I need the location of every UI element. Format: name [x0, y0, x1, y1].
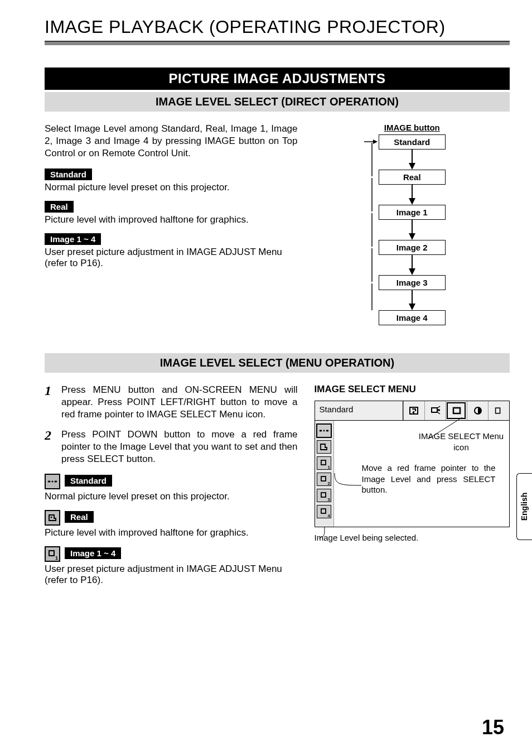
svg-marker-9 [409, 233, 415, 240]
osd-side-image4[interactable]: 4 [317, 505, 331, 518]
image-button-diagram: IMAGE button Standard Real Image 1 Image… [315, 123, 510, 325]
svg-point-23 [51, 516, 52, 518]
loop-side-line-icon [366, 255, 383, 275]
tag-standard: Standard [45, 168, 92, 180]
svg-point-32 [321, 430, 322, 432]
osd-panel: Standard [315, 401, 510, 527]
svg-marker-36 [327, 430, 329, 432]
osd-tab-more-icon[interactable] [488, 401, 509, 420]
svg-rect-39 [321, 493, 326, 497]
svg-rect-29 [453, 408, 460, 413]
loop-arrow-in-icon [364, 138, 378, 146]
osd-side-real[interactable] [317, 440, 331, 454]
down-arrow-icon [407, 150, 418, 170]
loop-side-line-icon [366, 185, 383, 205]
menu-tag-standard: Standard [65, 475, 112, 487]
svg-marker-21 [47, 480, 49, 483]
diagram-title: IMAGE button [384, 123, 440, 132]
svg-marker-12 [409, 268, 415, 275]
page-number: 15 [482, 716, 504, 739]
language-tab-label: English [520, 493, 529, 521]
osd-selected-name: Standard [315, 401, 403, 420]
step-1-text: Press MENU button and ON-SCREEN MENU wil… [61, 384, 298, 421]
down-arrow-icon [407, 290, 418, 310]
svg-rect-40 [321, 509, 326, 513]
step-number-2: 2 [45, 428, 56, 465]
subsection-menu: IMAGE LEVEL SELECT (MENU OPERATION) [45, 353, 510, 373]
svg-point-19 [52, 480, 54, 482]
svg-marker-1 [373, 139, 378, 144]
svg-point-28 [438, 409, 440, 411]
svg-rect-24 [49, 551, 54, 556]
desc-image14: User preset picture adjustment in IMAGE … [45, 247, 298, 269]
diagram-level-standard: Standard [379, 134, 446, 150]
menu-tag-real: Real [65, 511, 94, 523]
real-icon [45, 510, 60, 526]
desc-standard: Normal picture level preset on this proj… [45, 182, 298, 193]
title-underline [45, 41, 510, 45]
loop-side-line-icon [366, 290, 383, 310]
svg-marker-3 [409, 163, 415, 170]
diagram-level-image4: Image 4 [379, 310, 446, 325]
diagram-level-real: Real [379, 170, 446, 185]
tag-image14: Image 1 ~ 4 [45, 233, 101, 245]
selected-caption: Image Level being selected. [315, 533, 510, 542]
menu-desc-real: Picture level with improved halftone for… [45, 527, 298, 538]
svg-point-34 [326, 430, 328, 432]
svg-marker-22 [56, 480, 57, 483]
loop-side-line-icon [366, 150, 383, 170]
desc-real: Picture level with improved halftone for… [45, 214, 298, 225]
down-arrow-icon [407, 220, 418, 240]
tag-real: Real [45, 201, 74, 213]
svg-rect-37 [321, 460, 326, 465]
language-tab[interactable]: English [516, 473, 532, 540]
svg-marker-35 [319, 430, 321, 432]
osd-side-image3[interactable]: 3 [317, 489, 331, 502]
step-2-text: Press POINT DOWN button to move a red fr… [61, 428, 298, 465]
icon-label: IMAGE SELECT Menu icon [417, 431, 506, 452]
image-select-menu-heading: IMAGE SELECT MENU [315, 384, 510, 395]
svg-marker-6 [409, 198, 415, 205]
svg-point-33 [323, 430, 325, 432]
diagram-level-image1: Image 1 [379, 205, 446, 220]
menu-desc-standard: Normal picture level preset on this proj… [45, 491, 298, 502]
page-title: IMAGE PLAYBACK (OPERATING PROJECTOR) [45, 17, 510, 37]
osd-side-standard[interactable] [317, 424, 331, 437]
menu-desc-image14: User preset picture adjustment in IMAGE … [45, 564, 298, 586]
section-header: PICTURE IMAGE ADJUSTMENTS [45, 68, 510, 90]
osd-side-image2[interactable]: 2 [317, 473, 331, 486]
down-arrow-icon [407, 255, 418, 275]
subsection-direct: IMAGE LEVEL SELECT (DIRECT OPERATION) [45, 92, 510, 112]
loop-side-line-icon [366, 220, 383, 240]
direct-intro: Select Image Level among Standard, Real,… [45, 123, 298, 160]
svg-marker-15 [409, 304, 415, 310]
svg-rect-27 [432, 408, 437, 412]
svg-rect-38 [321, 476, 326, 481]
osd-side-image1[interactable]: 1 [317, 456, 331, 470]
standard-icon [45, 474, 60, 489]
diagram-level-image2: Image 2 [379, 240, 446, 255]
svg-rect-31 [495, 408, 500, 413]
step-number-1: 1 [45, 384, 56, 421]
down-arrow-icon [407, 185, 418, 205]
menu-tag-image14: Image 1 ~ 4 [65, 547, 121, 559]
image1-icon: 1 [45, 546, 60, 562]
pointer-instruction: Move a red frame pointer to the Image Le… [362, 463, 496, 495]
diagram-level-image3: Image 3 [379, 275, 446, 290]
